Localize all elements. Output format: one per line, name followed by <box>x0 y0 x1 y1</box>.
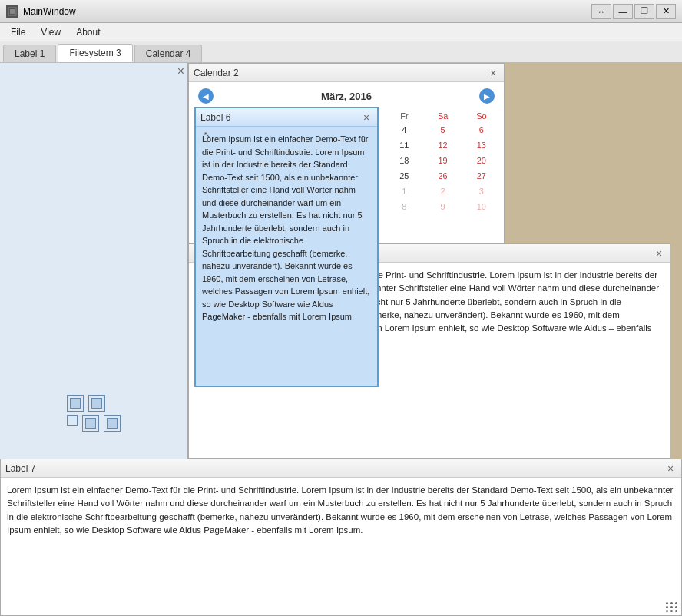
fs-icon-1[interactable] <box>67 395 84 412</box>
label5-close[interactable]: × <box>653 247 665 260</box>
cal-day[interactable]: 18 <box>385 153 423 168</box>
cal-day[interactable]: 4 <box>385 122 423 137</box>
label7-panel: Label 7 × Lorem Ipsum ist ein einfacher … <box>0 459 682 616</box>
cal-day[interactable]: 6 <box>462 122 501 137</box>
menu-bar: File View About <box>0 23 682 41</box>
cal-day[interactable]: 8 <box>385 199 423 214</box>
fs-icon-row-1 <box>67 395 121 412</box>
calendar-close[interactable]: × <box>487 67 499 79</box>
label7-resize[interactable] <box>666 602 678 612</box>
tab-calendar4[interactable]: Calendar 4 <box>134 45 203 62</box>
svg-rect-1 <box>10 9 15 14</box>
label6-title: Label 6 <box>200 112 230 123</box>
cal-prev-btn[interactable]: ◀ <box>198 88 214 104</box>
label6-panel: Label 6 × Lorem Ipsum ist ein einfacher … <box>194 107 379 387</box>
label7-text: Lorem Ipsum ist ein einfacher Demo-Text … <box>7 485 673 535</box>
cal-next-btn[interactable]: ▶ <box>479 88 495 104</box>
restore-btn[interactable]: ❐ <box>634 4 654 19</box>
cal-fr: Fr <box>385 110 423 122</box>
calendar-header: ◀ März, 2016 ▶ <box>192 85 501 107</box>
tab-filesystem3[interactable]: Filesystem 3 <box>58 44 132 62</box>
menu-file[interactable]: File <box>3 25 33 39</box>
fs-icon-2[interactable] <box>88 395 105 412</box>
calendar-title: Calendar 2 <box>194 68 239 78</box>
label7-close[interactable]: × <box>664 462 677 475</box>
cal-day[interactable]: 26 <box>424 168 462 184</box>
app-icon <box>6 5 18 18</box>
fs-icon-4[interactable] <box>82 415 99 432</box>
cal-day[interactable]: 27 <box>462 168 501 184</box>
label6-text: Lorem Ipsum ist ein einfacher Demo-Text … <box>202 134 369 321</box>
filesystem-close[interactable]: × <box>177 65 184 78</box>
cal-day[interactable]: 13 <box>462 137 501 153</box>
label7-title: Label 7 <box>5 463 35 474</box>
cal-day[interactable]: 19 <box>424 153 462 168</box>
cal-month-year: März, 2016 <box>321 91 372 102</box>
menu-about[interactable]: About <box>68 25 108 39</box>
cal-sa: Sa <box>424 110 462 122</box>
fs-icon-row-2 <box>67 415 121 432</box>
cal-day[interactable]: 11 <box>385 137 423 153</box>
window-controls: ↔ — ❐ ✕ <box>591 4 676 19</box>
cal-day[interactable]: 10 <box>462 199 501 214</box>
cal-day[interactable]: 2 <box>424 184 462 199</box>
fs-icons-container <box>67 395 121 432</box>
arrows-btn[interactable]: ↔ <box>591 4 611 19</box>
title-bar: MainWindow ↔ — ❐ ✕ <box>0 0 682 23</box>
label6-close[interactable]: × <box>360 111 372 124</box>
title-bar-left: MainWindow <box>6 5 76 18</box>
main-content: × <box>0 63 682 616</box>
window-title: MainWindow <box>23 6 76 17</box>
fs-icon-5[interactable] <box>104 415 121 432</box>
calendar-title-bar: Calendar 2 × <box>189 64 504 82</box>
label7-title-bar: Label 7 × <box>1 459 681 478</box>
cal-day[interactable]: 5 <box>424 122 462 137</box>
label7-content: Lorem Ipsum ist ein einfacher Demo-Text … <box>1 478 681 543</box>
cal-day[interactable]: 20 <box>462 153 501 168</box>
minimize-btn[interactable]: — <box>613 4 633 19</box>
cal-day[interactable]: 25 <box>385 168 423 184</box>
cal-so: So <box>462 110 501 122</box>
close-btn[interactable]: ✕ <box>656 4 676 19</box>
tab-bar: Label 1 Filesystem 3 Calendar 4 <box>0 41 682 63</box>
cal-day[interactable]: 12 <box>424 137 462 153</box>
cal-day[interactable]: 3 <box>462 184 501 199</box>
label6-content: Lorem Ipsum ist ein einfacher Demo-Text … <box>196 127 377 330</box>
cal-day[interactable]: 1 <box>385 184 423 199</box>
cal-day[interactable]: 9 <box>424 199 462 214</box>
fs-icon-3[interactable] <box>67 415 78 426</box>
menu-view[interactable]: View <box>33 25 68 39</box>
tab-label1[interactable]: Label 1 <box>3 45 56 62</box>
label6-title-bar: Label 6 × <box>196 108 377 127</box>
